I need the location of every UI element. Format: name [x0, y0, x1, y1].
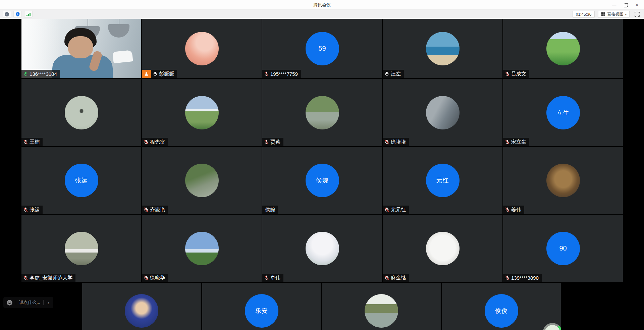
participant-tile[interactable]: 程先富 — [142, 79, 262, 146]
participant-tile[interactable]: 136****3184 — [21, 19, 141, 78]
participant-label-row: 卓伟 — [262, 274, 283, 282]
participant-name-label: 139****3890 — [503, 274, 542, 282]
participant-grid: 136****3184彭媛媛59195****7759汪左吕成文王楠程先富贾蔡徐… — [21, 19, 623, 282]
participant-name: 贾蔡 — [270, 139, 280, 145]
participant-name: 195****7759 — [270, 71, 298, 77]
participant-label-row: 尤元红 — [383, 206, 409, 214]
participant-tile[interactable]: 吕成文 — [503, 19, 623, 78]
participant-name-label: 麻金继 — [383, 274, 409, 282]
mic-muted-icon — [384, 207, 389, 213]
participant-name: 麻金继 — [391, 275, 406, 281]
participant-tile[interactable]: 立生宋立生 — [503, 79, 623, 146]
restore-button[interactable] — [620, 0, 631, 10]
participant-name: 程先富 — [150, 139, 165, 145]
participant-name: 宋立生 — [511, 139, 526, 145]
fullscreen-button[interactable] — [633, 11, 641, 18]
participant-tile[interactable]: 侯婉侯婉 — [262, 147, 382, 214]
security-button[interactable] — [13, 11, 22, 18]
participant-tile[interactable]: 齐凌艳 — [142, 147, 262, 214]
fullscreen-icon — [635, 12, 640, 17]
participant-name: 徐培培 — [391, 139, 406, 145]
participant-name: 王楠 — [30, 139, 40, 145]
participant-tile[interactable]: 元红尤元红 — [383, 147, 502, 214]
participant-name-label: 姜伟 — [503, 206, 524, 214]
participant-label-row: 张运 — [21, 206, 43, 214]
profile-person-icon — [144, 71, 149, 76]
participant-tile[interactable]: 王楠 — [21, 79, 141, 146]
participant-tile[interactable]: 汪左 — [383, 19, 502, 78]
view-mode-label: 宫格视图 — [607, 11, 623, 17]
view-mode-selector[interactable]: 宫格视图 ▾ — [598, 11, 630, 18]
shield-icon — [15, 12, 20, 17]
participant-tile[interactable]: 徐晓华 — [142, 215, 262, 282]
participant-tile[interactable]: 贾蔡 — [262, 79, 382, 146]
emoji-icon[interactable] — [6, 299, 13, 306]
avatar — [546, 164, 580, 197]
chat-input[interactable]: 说点什么... — [19, 299, 40, 306]
mic-muted-icon — [505, 207, 510, 213]
participant-label-row: 吕成文 — [503, 70, 529, 78]
avatar: 59 — [306, 32, 339, 65]
mic-muted-icon — [505, 139, 510, 145]
participant-label-row: 麻金继 — [383, 274, 409, 282]
participant-name-label: 贾蔡 — [262, 138, 283, 146]
participant-tile[interactable]: 59195****7759 — [262, 19, 382, 78]
participant-name-label: 汪左 — [383, 70, 404, 78]
participant-label-row: 姜伟 — [503, 206, 524, 214]
close-button[interactable]: ✕ — [631, 0, 643, 10]
title-bar: 腾讯会议 — ✕ — [0, 0, 644, 10]
participant-name-label: 张运 — [21, 206, 43, 214]
mic-muted-icon — [384, 275, 389, 281]
mic-muted-icon — [144, 139, 149, 145]
participant-tile[interactable]: 俊俊 — [442, 283, 561, 330]
minimize-button[interactable]: — — [608, 0, 620, 10]
avatar — [65, 232, 98, 265]
chevron-down-icon: ▾ — [625, 13, 627, 16]
collapse-chat-button[interactable]: ‹ — [47, 300, 50, 306]
avatar: 侯婉 — [306, 164, 339, 197]
info-icon — [4, 12, 9, 17]
participant-label-row: 王楠 — [21, 138, 43, 146]
participant-name-label: 尤元红 — [383, 206, 409, 214]
avatar: 元红 — [426, 164, 460, 197]
participant-tile[interactable]: 90139****3890 — [503, 215, 623, 282]
participant-tile[interactable]: 彭媛媛 — [142, 19, 262, 78]
participant-tile[interactable]: 徐培培 — [383, 79, 502, 146]
participant-name: 彭媛媛 — [159, 71, 174, 77]
avatar: 立生 — [546, 96, 580, 129]
video-grid-area: 136****3184彭媛媛59195****7759汪左吕成文王楠程先富贾蔡徐… — [0, 19, 644, 330]
mic-muted-icon — [23, 207, 28, 213]
avatar — [185, 164, 219, 197]
chat-quick-bar: 说点什么... ‹ — [3, 297, 53, 308]
participant-name-label: 侯婉 — [262, 206, 278, 214]
participant-name-label: 卓伟 — [262, 274, 283, 282]
participant-tile[interactable]: 乐安 — [202, 283, 321, 330]
participant-name: 吕成文 — [511, 71, 526, 77]
network-quality-button[interactable] — [24, 11, 33, 18]
participant-tile[interactable]: 张运张运 — [21, 147, 141, 214]
participant-name-label: 徐培培 — [383, 138, 409, 146]
meeting-timer: 01:45:36 — [573, 11, 595, 18]
participant-name-label: 136****3184 — [21, 70, 60, 78]
participant-tile[interactable]: 麻金继 — [383, 215, 502, 282]
signal-bars-icon — [26, 12, 31, 16]
mic-muted-icon — [144, 207, 149, 213]
participant-name: 139****3890 — [511, 275, 539, 281]
participant-tile[interactable]: 姜伟 — [503, 147, 623, 214]
participant-name-label: 徐晓华 — [142, 274, 168, 282]
avatar — [426, 96, 460, 129]
participant-tile[interactable]: 卓伟 — [262, 215, 382, 282]
mic-muted-icon — [505, 275, 510, 281]
avatar — [185, 96, 219, 129]
avatar — [306, 96, 339, 129]
participant-tile[interactable] — [322, 283, 441, 330]
participant-tile[interactable] — [82, 283, 201, 330]
grid-view-icon — [601, 12, 605, 16]
participant-name: 姜伟 — [511, 207, 521, 213]
participant-name: 汪左 — [391, 71, 401, 77]
meeting-info-button[interactable] — [3, 11, 11, 18]
participant-tile[interactable]: 李虎_安徽师范大学 — [21, 215, 141, 282]
participant-name-label: 吕成文 — [503, 70, 529, 78]
mic-muted-icon — [384, 139, 389, 145]
avatar — [185, 32, 219, 65]
